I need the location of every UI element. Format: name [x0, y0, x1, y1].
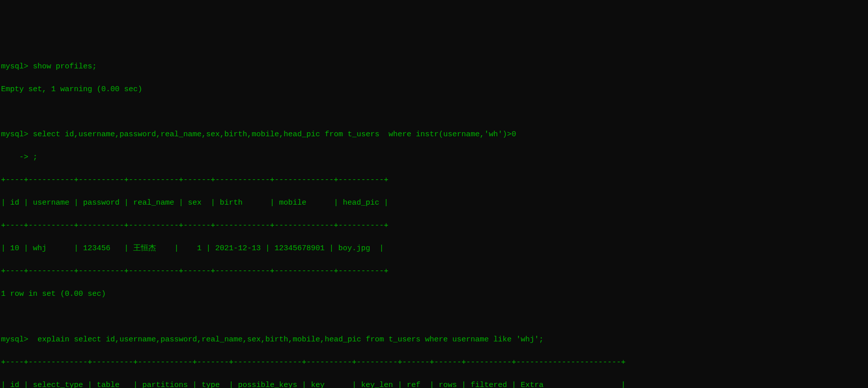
table1-border-bot: +----+----------+----------+-----------+…	[1, 266, 867, 278]
table1-row-1: | 10 | whj | 123456 | 王恒杰 | 1 | 2021-12-…	[1, 243, 867, 255]
prompt-line-1: mysql> show profiles;	[1, 61, 867, 73]
continuation-text: ;	[33, 153, 37, 162]
result-empty-set: Empty set, 1 warning (0.00 sec)	[1, 84, 867, 96]
table1-result: 1 row in set (0.00 sec)	[1, 289, 867, 300]
table1-border-top: +----+----------+----------+-----------+…	[1, 175, 867, 186]
terminal-output: mysql> show profiles; Empty set, 1 warni…	[1, 50, 867, 388]
command-show-profiles-1: show profiles;	[33, 62, 97, 71]
table2-header: | id | select_type | table | partitions …	[1, 380, 867, 389]
table1-header: | id | username | password | real_name |…	[1, 198, 867, 209]
prompt-line-3: mysql> explain select id,username,passwo…	[1, 334, 867, 346]
continuation-prompt: ->	[1, 153, 28, 162]
table1-border-mid: +----+----------+----------+-----------+…	[1, 220, 867, 232]
command-select-query: select id,username,password,real_name,se…	[33, 130, 516, 139]
mysql-prompt: mysql>	[1, 62, 28, 71]
command-explain-query: explain select id,username,password,real…	[33, 335, 543, 344]
mysql-prompt: mysql>	[1, 335, 28, 344]
prompt-line-2: mysql> select id,username,password,real_…	[1, 129, 867, 141]
table2-border-top: +----+-------------+---------+----------…	[1, 357, 867, 369]
continuation-line: -> ;	[1, 152, 867, 164]
mysql-prompt: mysql>	[1, 130, 28, 139]
